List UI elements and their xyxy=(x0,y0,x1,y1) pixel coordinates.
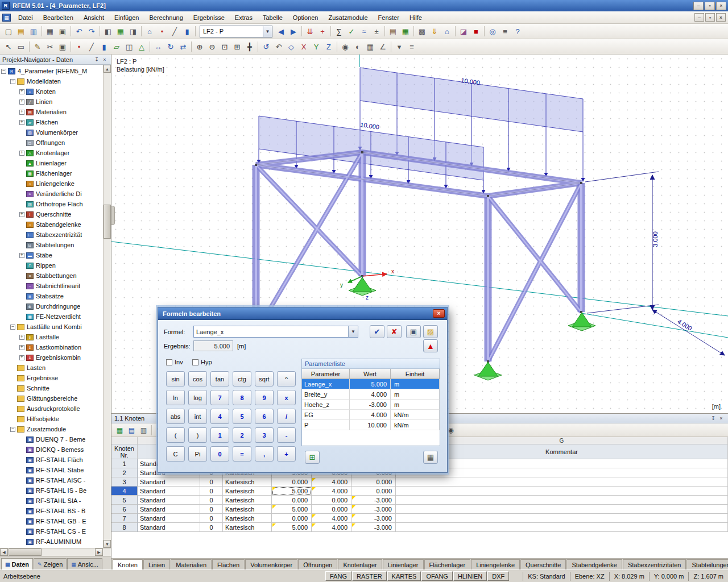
menu-datei[interactable]: Datei xyxy=(13,13,38,23)
modules-icon[interactable]: ◪ xyxy=(457,25,470,38)
parameter-row[interactable]: Hoehe_z -3.000 m xyxy=(302,400,440,410)
tree-rippen[interactable]: ⊓ Rippen xyxy=(0,260,103,271)
calc-button[interactable]: 3 xyxy=(255,427,274,443)
chevron-down-icon[interactable]: ▼ xyxy=(263,26,272,37)
menu-optionen[interactable]: Optionen xyxy=(288,13,324,23)
row-number-cell[interactable]: 1 xyxy=(111,459,138,468)
table-settings-icon[interactable]: ▦ xyxy=(114,425,126,436)
close-icon[interactable]: × xyxy=(433,309,445,318)
tree-expander[interactable]: − xyxy=(10,325,15,330)
new-node-icon[interactable]: • xyxy=(73,40,85,53)
kommentar-cell[interactable] xyxy=(396,487,728,496)
tree-stabbettungen[interactable]: ≡ Stabbettungen xyxy=(0,271,103,281)
tab-flaechen[interactable]: Flächen xyxy=(212,559,245,569)
toggle-ofang[interactable]: OFANG xyxy=(421,571,453,581)
help-icon[interactable]: ? xyxy=(511,25,524,38)
calc-button[interactable]: cos xyxy=(188,371,207,386)
calc-button[interactable]: ^ xyxy=(277,371,296,386)
tree-project[interactable]: − R 4_Parameter [RFEM5_M xyxy=(0,66,103,76)
tab-liniengelenke[interactable]: Liniengelenke xyxy=(471,559,520,569)
rotate-icon[interactable]: ↻ xyxy=(164,40,177,53)
check-icon[interactable]: ✓ xyxy=(345,25,358,38)
tree-rf-stahl-cs[interactable]: ▣ RF-STAHL CS - E xyxy=(0,526,103,537)
calc-button[interactable]: 7 xyxy=(210,390,229,405)
knotentyp-cell[interactable]: Standard xyxy=(138,477,200,487)
row-number-cell[interactable]: 7 xyxy=(111,514,138,523)
tree-oeffnungen[interactable]: ◻ Öffnungen xyxy=(0,138,103,148)
tree-expander[interactable]: + xyxy=(19,335,24,340)
edit-icon[interactable]: ✎ xyxy=(31,40,44,53)
document-icon[interactable]: ▦ xyxy=(2,14,11,22)
y-coordinate-cell[interactable]: 4.000 xyxy=(312,514,351,523)
z-coordinate-cell[interactable]: -3.000 xyxy=(351,514,396,523)
table-print-icon[interactable]: ▥ xyxy=(138,425,150,436)
new-parameter-button[interactable]: ⊞ xyxy=(305,451,320,464)
toggle-fang[interactable]: FANG xyxy=(325,571,351,581)
save-icon[interactable]: ▥ xyxy=(27,25,40,38)
tab-materialien[interactable]: Materialien xyxy=(171,559,212,569)
tree-fe-netzverdichtungen[interactable]: ▦ FE-Netzverdicht xyxy=(0,311,103,322)
parameter-row[interactable]: P 10.000 kN/m xyxy=(302,420,440,430)
navigator-scrollbar[interactable]: ▲ ▼ xyxy=(103,65,111,548)
zoom-all-icon[interactable]: ⊡ xyxy=(218,40,231,53)
tree-rf-stahl-bs[interactable]: ▣ RF-STAHL BS - B xyxy=(0,506,103,516)
mdi-minimize-button[interactable]: – xyxy=(694,13,704,22)
undo-icon[interactable]: ↶ xyxy=(73,25,85,38)
row-number-cell[interactable]: 4 xyxy=(111,487,138,496)
calc-button[interactable]: ctg xyxy=(233,371,251,386)
cut-icon[interactable]: ✂ xyxy=(44,40,56,53)
error-list-button[interactable]: ▲ xyxy=(423,339,438,352)
transparency-icon[interactable]: ◐ xyxy=(351,40,364,53)
menu-fenster[interactable]: Fenster xyxy=(373,13,404,23)
formel-combobox[interactable]: Laenge_x ▼ xyxy=(193,326,358,338)
line-tool-icon[interactable]: ╱ xyxy=(168,25,181,38)
tree-expander[interactable]: − xyxy=(10,427,15,432)
tables-panel-icon[interactable]: ▦ xyxy=(114,25,127,38)
z-coordinate-cell[interactable]: -3.000 xyxy=(351,496,396,505)
kommentar-cell[interactable] xyxy=(396,496,728,505)
tree-expander[interactable]: + xyxy=(19,120,24,125)
menu-hilfe[interactable]: Hilfe xyxy=(404,13,427,23)
parameter-row[interactable]: Laenge_x 5.000 m xyxy=(302,379,440,389)
restore-button[interactable]: ▫ xyxy=(705,2,715,10)
pan-icon[interactable]: ╋ xyxy=(243,40,256,53)
tree-rf-stahl-flaechen[interactable]: ▣ RF-STAHL Fläch xyxy=(0,455,103,465)
calc-button[interactable]: sin xyxy=(166,371,185,386)
new-member-icon[interactable]: ▮ xyxy=(98,40,110,53)
tree-knoten[interactable]: + • Knoten xyxy=(0,86,103,97)
zoom-mode-icon[interactable]: ◎ xyxy=(486,25,499,38)
tree-duenq[interactable]: ▣ DUENQ 7 - Beme xyxy=(0,434,103,444)
calc-button[interactable]: ln xyxy=(166,390,185,405)
y-coordinate-cell[interactable]: 4.000 xyxy=(312,487,351,496)
tree-lasten[interactable]: Lasten xyxy=(0,363,103,373)
tree-modelldaten[interactable]: − Modelldaten xyxy=(0,76,103,86)
view-x-icon[interactable]: X xyxy=(297,40,310,53)
calc-button[interactable]: sqrt xyxy=(255,371,274,386)
knotentyp-cell[interactable]: Standard xyxy=(138,505,200,514)
koordinatensystem-cell[interactable]: Kartesisch xyxy=(223,505,272,514)
rotate-view-icon[interactable]: ↺ xyxy=(260,40,272,53)
header-knoten-nr[interactable]: KnotenNr. xyxy=(111,444,138,459)
scroll-left-icon[interactable]: ◀ xyxy=(0,548,8,556)
tree-volumenkoerper[interactable]: ▧ Volumenkörper xyxy=(0,127,103,138)
results-icon[interactable]: ≈ xyxy=(358,25,370,38)
tree-expander[interactable]: + xyxy=(19,151,24,156)
calc-button[interactable]: - xyxy=(277,427,296,443)
hyp-checkbox[interactable]: Hyp xyxy=(192,359,212,365)
tree-stabendgelenke[interactable]: ○ Stabendgelenke xyxy=(0,219,103,230)
splitter-handle[interactable] xyxy=(111,206,115,225)
calc-button[interactable]: 8 xyxy=(233,390,251,405)
tree-rf-stahl-is[interactable]: ▣ RF-STAHL IS - Be xyxy=(0,485,103,496)
properties-icon[interactable]: ≡ xyxy=(406,40,418,53)
tree-expander[interactable]: + xyxy=(19,212,24,217)
tree-staebe[interactable]: + ▬ Stäbe xyxy=(0,250,103,260)
close-icon[interactable]: × xyxy=(101,56,109,63)
open-file-icon[interactable]: ▤ xyxy=(15,25,27,38)
x-coordinate-cell[interactable]: 0.000 xyxy=(272,514,312,523)
calc-button[interactable]: 5 xyxy=(233,409,251,424)
model-generator-icon[interactable]: ⌂ xyxy=(441,25,453,38)
scroll-down-icon[interactable]: ▼ xyxy=(104,540,111,548)
koordinatensystem-cell[interactable]: Kartesisch xyxy=(223,514,272,523)
calc-button[interactable]: Pi xyxy=(188,446,207,462)
mdi-close-button[interactable]: × xyxy=(716,13,726,22)
